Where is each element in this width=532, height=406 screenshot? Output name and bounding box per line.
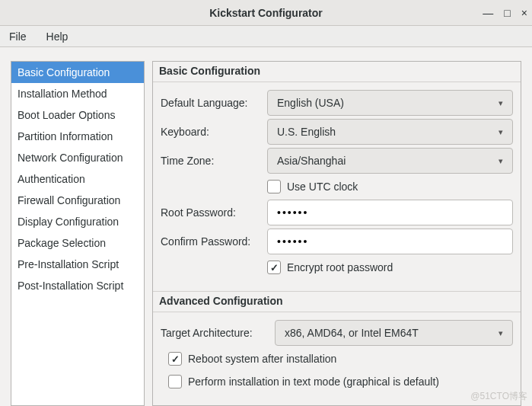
chevron-down-icon: ▾ bbox=[499, 98, 503, 108]
language-dropdown[interactable]: English (USA) ▾ bbox=[267, 90, 513, 116]
language-label: Default Language: bbox=[161, 97, 260, 109]
sidebar-item-authentication[interactable]: Authentication bbox=[11, 168, 144, 190]
basic-section-heading: Basic Configuration bbox=[153, 62, 521, 82]
keyboard-dropdown[interactable]: U.S. English ▾ bbox=[267, 119, 513, 145]
row-keyboard: Keyboard: U.S. English ▾ bbox=[161, 117, 513, 146]
window-title: Kickstart Configurator bbox=[0, 7, 532, 19]
encrypt-checkbox[interactable] bbox=[267, 261, 281, 274]
confirmpw-label: Confirm Password: bbox=[161, 235, 260, 248]
sidebar-item-boot-loader-options[interactable]: Boot Loader Options bbox=[11, 104, 144, 126]
row-confirmpw: Confirm Password: bbox=[161, 227, 513, 256]
utc-checkbox[interactable] bbox=[267, 180, 281, 193]
arch-dropdown[interactable]: x86, AMD64, or Intel EM64T ▾ bbox=[275, 320, 513, 346]
sidebar-item-pre-installation-script[interactable]: Pre-Installation Script bbox=[11, 254, 144, 275]
confirmpw-input[interactable] bbox=[267, 229, 513, 254]
row-reboot: Reboot system after installation bbox=[161, 347, 513, 370]
reboot-checkbox[interactable] bbox=[168, 352, 182, 366]
row-utc: Use UTC clock bbox=[267, 175, 513, 198]
sidebar-item-display-configuration[interactable]: Display Configuration bbox=[11, 211, 144, 232]
window-controls: — □ × bbox=[483, 0, 527, 26]
timezone-value: Asia/Shanghai bbox=[277, 155, 346, 167]
basic-form: Default Language: English (USA) ▾ Keyboa… bbox=[153, 82, 521, 286]
row-timezone: Time Zone: Asia/Shanghai ▾ bbox=[161, 146, 513, 175]
sidebar-item-network-configuration[interactable]: Network Configuration bbox=[11, 147, 144, 168]
sidebar-item-post-installation-script[interactable]: Post-Installation Script bbox=[11, 275, 144, 296]
keyboard-value: U.S. English bbox=[277, 126, 336, 138]
timezone-dropdown[interactable]: Asia/Shanghai ▾ bbox=[267, 148, 513, 174]
textmode-label: Perform installation in text mode (graph… bbox=[188, 376, 439, 388]
utc-label: Use UTC clock bbox=[287, 181, 358, 193]
rootpw-input[interactable] bbox=[267, 200, 513, 225]
sidebar-item-package-selection[interactable]: Package Selection bbox=[11, 232, 144, 254]
menubar: File Help bbox=[0, 26, 532, 47]
sidebar-item-installation-method[interactable]: Installation Method bbox=[11, 83, 144, 104]
textmode-checkbox[interactable] bbox=[168, 375, 182, 388]
row-encrypt: Encrypt root password bbox=[267, 256, 513, 279]
content-area: Basic Configuration Installation Method … bbox=[0, 47, 532, 406]
maximize-icon[interactable]: □ bbox=[504, 8, 510, 18]
sidebar: Basic Configuration Installation Method … bbox=[11, 61, 145, 406]
sidebar-item-firewall-configuration[interactable]: Firewall Configuration bbox=[11, 190, 144, 211]
keyboard-label: Keyboard: bbox=[161, 126, 260, 138]
timezone-label: Time Zone: bbox=[161, 155, 260, 167]
arch-label: Target Architecture: bbox=[161, 327, 267, 339]
sidebar-item-basic-configuration[interactable]: Basic Configuration bbox=[11, 62, 144, 83]
advanced-form: Target Architecture: x86, AMD64, or Inte… bbox=[153, 312, 521, 401]
advanced-section-heading: Advanced Configuration bbox=[153, 292, 521, 312]
titlebar: Kickstart Configurator — □ × bbox=[0, 0, 532, 26]
menu-file[interactable]: File bbox=[6, 29, 30, 44]
chevron-down-icon: ▾ bbox=[499, 156, 503, 166]
row-textmode: Perform installation in text mode (graph… bbox=[161, 370, 513, 393]
row-language: Default Language: English (USA) ▾ bbox=[161, 88, 513, 117]
close-icon[interactable]: × bbox=[521, 8, 527, 18]
row-arch: Target Architecture: x86, AMD64, or Inte… bbox=[161, 318, 513, 347]
language-value: English (USA) bbox=[277, 97, 344, 109]
minimize-icon[interactable]: — bbox=[483, 8, 493, 18]
encrypt-label: Encrypt root password bbox=[287, 261, 393, 273]
sidebar-item-partition-information[interactable]: Partition Information bbox=[11, 126, 144, 147]
row-rootpw: Root Password: bbox=[161, 198, 513, 227]
rootpw-label: Root Password: bbox=[161, 206, 260, 219]
chevron-down-icon: ▾ bbox=[499, 127, 503, 137]
main-panel: Basic Configuration Default Language: En… bbox=[152, 61, 521, 406]
arch-value: x86, AMD64, or Intel EM64T bbox=[285, 327, 419, 339]
reboot-label: Reboot system after installation bbox=[188, 353, 336, 365]
menu-help[interactable]: Help bbox=[43, 29, 72, 44]
chevron-down-icon: ▾ bbox=[499, 328, 503, 338]
